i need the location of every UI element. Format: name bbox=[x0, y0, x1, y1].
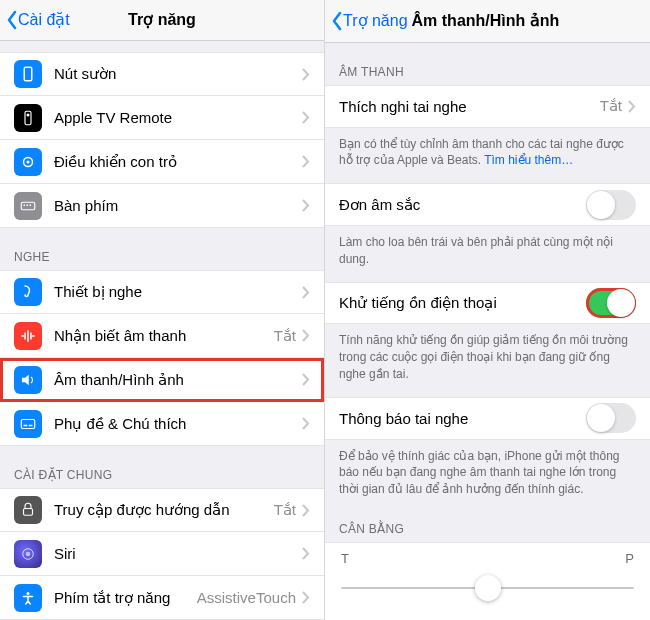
row-mono-audio[interactable]: Đơn âm sắc bbox=[325, 183, 650, 226]
section-header-audio: ÂM THANH bbox=[325, 43, 650, 85]
row-audio-visual[interactable]: Âm thanh/Hình ảnh bbox=[0, 358, 324, 402]
speaker-icon bbox=[14, 366, 42, 394]
slider-thumb[interactable] bbox=[475, 575, 501, 601]
footer-notif: Để bảo vệ thính giác của bạn, iPhone gửi… bbox=[325, 440, 650, 512]
row-subtitles[interactable]: Phụ đề & Chú thích bbox=[0, 402, 324, 446]
right-pane: Trợ năng Âm thanh/Hình ảnh ÂM THANH Thíc… bbox=[325, 0, 650, 620]
slider-track[interactable] bbox=[341, 574, 634, 602]
row-headphone-notif[interactable]: Thông báo tai nghe bbox=[325, 397, 650, 440]
row-guided-access[interactable]: Truy cập được hướng dẫn Tắt bbox=[0, 488, 324, 532]
chevron-left-icon bbox=[6, 10, 18, 30]
svg-rect-1 bbox=[25, 111, 31, 125]
ear-icon bbox=[14, 278, 42, 306]
top-group: Nút sườn Apple TV Remote Điều khiển con … bbox=[0, 52, 324, 228]
nav-bar: Trợ năng Âm thanh/Hình ảnh bbox=[325, 0, 650, 43]
row-label: Điều khiển con trỏ bbox=[54, 153, 302, 171]
chevron-right-icon bbox=[302, 591, 310, 604]
svg-rect-6 bbox=[24, 204, 26, 206]
back-button[interactable]: Trợ năng bbox=[331, 11, 408, 31]
chevron-right-icon bbox=[628, 100, 636, 113]
row-value: AssistiveTouch bbox=[197, 589, 296, 606]
pointer-icon bbox=[14, 148, 42, 176]
keyboard-icon bbox=[14, 192, 42, 220]
chevron-right-icon bbox=[302, 417, 310, 430]
chevron-right-icon bbox=[302, 504, 310, 517]
svg-rect-0 bbox=[24, 67, 32, 81]
row-label: Siri bbox=[54, 545, 302, 562]
chevron-right-icon bbox=[302, 286, 310, 299]
section-header-balance: CÂN BẰNG bbox=[325, 512, 650, 542]
chevron-right-icon bbox=[302, 547, 310, 560]
row-label: Nhận biết âm thanh bbox=[54, 327, 274, 345]
section-header-listen: NGHE bbox=[0, 228, 324, 270]
footer-text: Bạn có thể tùy chỉnh âm thanh cho các ta… bbox=[339, 137, 624, 168]
svg-rect-10 bbox=[24, 424, 28, 426]
subtitles-icon bbox=[14, 410, 42, 438]
chevron-left-icon bbox=[331, 11, 343, 31]
svg-rect-8 bbox=[30, 204, 32, 206]
row-label: Nút sườn bbox=[54, 65, 302, 83]
balance-left-label: T bbox=[341, 551, 349, 566]
svg-point-4 bbox=[27, 160, 30, 163]
waveform-icon bbox=[14, 322, 42, 350]
row-label: Đơn âm sắc bbox=[339, 196, 586, 214]
row-label: Phím tắt trợ năng bbox=[54, 589, 197, 607]
accessibility-icon bbox=[14, 584, 42, 612]
chevron-right-icon bbox=[302, 373, 310, 386]
balance-labels: T P bbox=[341, 551, 634, 566]
row-value: Tắt bbox=[600, 97, 622, 115]
row-label: Thiết bị nghe bbox=[54, 283, 302, 301]
row-label: Âm thanh/Hình ảnh bbox=[54, 371, 302, 389]
chevron-right-icon bbox=[302, 199, 310, 212]
back-label: Trợ năng bbox=[343, 11, 408, 30]
row-hearing-devices[interactable]: Thiết bị nghe bbox=[0, 270, 324, 314]
page-title: Âm thanh/Hình ảnh bbox=[412, 11, 560, 30]
general-group: Truy cập được hướng dẫn Tắt Siri Phím tắ… bbox=[0, 488, 324, 620]
row-label: Bàn phím bbox=[54, 197, 302, 214]
svg-rect-9 bbox=[21, 419, 35, 428]
balance-right-label: P bbox=[625, 551, 634, 566]
row-value: Tắt bbox=[274, 327, 296, 345]
svg-rect-7 bbox=[27, 204, 29, 206]
toggle-noise-cancel[interactable] bbox=[586, 288, 636, 318]
side-button-icon bbox=[14, 60, 42, 88]
row-label: Apple TV Remote bbox=[54, 109, 302, 126]
row-label: Thích nghi tai nghe bbox=[339, 98, 600, 115]
learn-more-link[interactable]: Tìm hiểu thêm… bbox=[484, 153, 573, 167]
toggle-headphone-notif[interactable] bbox=[586, 403, 636, 433]
siri-icon bbox=[14, 540, 42, 568]
back-label: Cài đặt bbox=[18, 10, 70, 29]
svg-point-14 bbox=[26, 551, 31, 556]
row-siri[interactable]: Siri bbox=[0, 532, 324, 576]
svg-rect-11 bbox=[29, 424, 33, 426]
toggle-mono[interactable] bbox=[586, 190, 636, 220]
row-label: Khử tiếng ồn điện thoại bbox=[339, 294, 586, 312]
remote-icon bbox=[14, 104, 42, 132]
row-pointer-control[interactable]: Điều khiển con trỏ bbox=[0, 140, 324, 184]
row-headphone-adapt[interactable]: Thích nghi tai nghe Tắt bbox=[325, 85, 650, 128]
row-label: Truy cập được hướng dẫn bbox=[54, 501, 274, 519]
svg-point-2 bbox=[27, 113, 30, 116]
row-noise-cancel[interactable]: Khử tiếng ồn điện thoại bbox=[325, 282, 650, 325]
balance-slider[interactable]: T P bbox=[325, 542, 650, 620]
listen-group: Thiết bị nghe Nhận biết âm thanh Tắt Âm … bbox=[0, 270, 324, 446]
row-apple-tv-remote[interactable]: Apple TV Remote bbox=[0, 96, 324, 140]
row-accessibility-shortcut[interactable]: Phím tắt trợ năng AssistiveTouch bbox=[0, 576, 324, 620]
row-sound-recognition[interactable]: Nhận biết âm thanh Tắt bbox=[0, 314, 324, 358]
svg-rect-12 bbox=[24, 509, 33, 516]
chevron-right-icon bbox=[302, 329, 310, 342]
row-label: Thông báo tai nghe bbox=[339, 410, 586, 427]
section-header-general: CÀI ĐẶT CHUNG bbox=[0, 446, 324, 488]
nav-bar: Cài đặt Trợ năng bbox=[0, 0, 324, 41]
back-button[interactable]: Cài đặt bbox=[6, 10, 70, 30]
chevron-right-icon bbox=[302, 155, 310, 168]
footer-adapt: Bạn có thể tùy chỉnh âm thanh cho các ta… bbox=[325, 128, 650, 184]
row-keyboards[interactable]: Bàn phím bbox=[0, 184, 324, 228]
row-label: Phụ đề & Chú thích bbox=[54, 415, 302, 433]
chevron-right-icon bbox=[302, 111, 310, 124]
svg-point-15 bbox=[27, 592, 30, 595]
row-side-button[interactable]: Nút sườn bbox=[0, 52, 324, 96]
row-value: Tắt bbox=[274, 501, 296, 519]
lock-icon bbox=[14, 496, 42, 524]
chevron-right-icon bbox=[302, 68, 310, 81]
